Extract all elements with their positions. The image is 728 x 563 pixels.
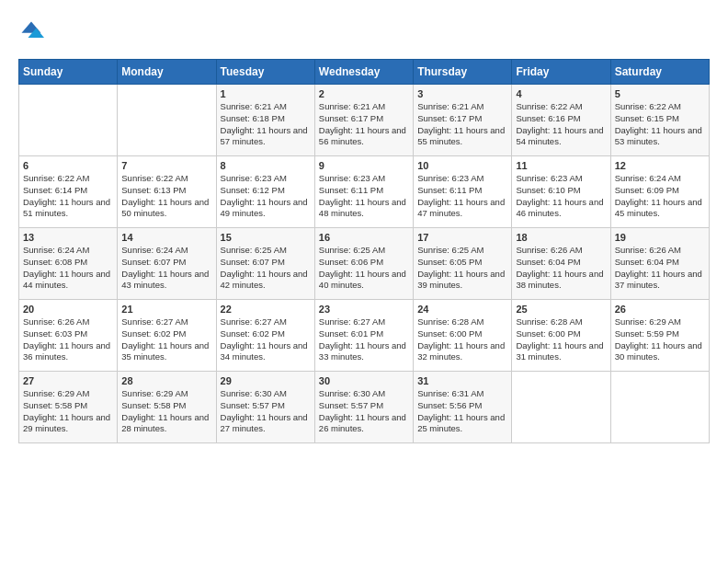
cell-content: Sunrise: 6:22 AMSunset: 6:13 PMDaylight:… — [121, 173, 209, 218]
cell-content: Sunrise: 6:22 AMSunset: 6:14 PMDaylight:… — [23, 173, 110, 218]
calendar-header-row: SundayMondayTuesdayWednesdayThursdayFrid… — [19, 60, 710, 85]
cell-content: Sunrise: 6:24 AMSunset: 6:07 PMDaylight:… — [121, 245, 209, 290]
cell-content: Sunrise: 6:26 AMSunset: 6:04 PMDaylight:… — [516, 245, 603, 290]
cell-content: Sunrise: 6:21 AMSunset: 6:18 PMDaylight:… — [221, 101, 308, 146]
calendar-cell: 20 Sunrise: 6:26 AMSunset: 6:03 PMDaylig… — [19, 300, 118, 372]
calendar-cell: 21 Sunrise: 6:27 AMSunset: 6:02 PMDaylig… — [118, 300, 216, 372]
calendar-cell: 1 Sunrise: 6:21 AMSunset: 6:18 PMDayligh… — [216, 85, 314, 156]
day-number: 24 — [417, 304, 507, 315]
cell-content: Sunrise: 6:27 AMSunset: 6:02 PMDaylight:… — [121, 316, 209, 362]
cell-content: Sunrise: 6:21 AMSunset: 6:17 PMDaylight:… — [319, 101, 406, 146]
day-number: 4 — [516, 88, 606, 99]
cell-content: Sunrise: 6:25 AMSunset: 6:07 PMDaylight:… — [221, 245, 308, 290]
day-number: 8 — [221, 160, 311, 171]
day-number: 5 — [615, 88, 705, 99]
calendar-cell: 29 Sunrise: 6:30 AMSunset: 5:57 PMDaylig… — [216, 372, 314, 443]
day-number: 22 — [221, 304, 311, 315]
day-number: 25 — [516, 304, 606, 315]
day-number: 3 — [417, 88, 507, 99]
day-number: 2 — [319, 88, 409, 99]
day-number: 18 — [516, 232, 606, 243]
calendar-cell: 17 Sunrise: 6:25 AMSunset: 6:05 PMDaylig… — [414, 228, 512, 300]
column-header-monday: Monday — [118, 60, 216, 85]
calendar-cell: 14 Sunrise: 6:24 AMSunset: 6:07 PMDaylig… — [118, 228, 216, 300]
day-number: 1 — [221, 88, 311, 99]
cell-content: Sunrise: 6:21 AMSunset: 6:17 PMDaylight:… — [417, 101, 505, 146]
calendar-cell: 2 Sunrise: 6:21 AMSunset: 6:17 PMDayligh… — [314, 85, 413, 156]
logo-icon — [18, 18, 44, 44]
cell-content: Sunrise: 6:23 AMSunset: 6:12 PMDaylight:… — [221, 173, 308, 218]
cell-content: Sunrise: 6:31 AMSunset: 5:56 PMDaylight:… — [417, 388, 505, 433]
cell-content: Sunrise: 6:22 AMSunset: 6:16 PMDaylight:… — [516, 101, 603, 146]
cell-content: Sunrise: 6:23 AMSunset: 6:11 PMDaylight:… — [417, 173, 505, 218]
calendar-cell: 18 Sunrise: 6:26 AMSunset: 6:04 PMDaylig… — [512, 228, 610, 300]
column-header-friday: Friday — [512, 60, 610, 85]
calendar-cell: 4 Sunrise: 6:22 AMSunset: 6:16 PMDayligh… — [512, 85, 610, 156]
cell-content: Sunrise: 6:26 AMSunset: 6:03 PMDaylight:… — [23, 316, 110, 362]
day-number: 30 — [319, 375, 409, 386]
calendar-cell: 9 Sunrise: 6:23 AMSunset: 6:11 PMDayligh… — [314, 156, 413, 228]
cell-content: Sunrise: 6:23 AMSunset: 6:10 PMDaylight:… — [516, 173, 603, 218]
day-number: 15 — [221, 232, 311, 243]
calendar-cell: 30 Sunrise: 6:30 AMSunset: 5:57 PMDaylig… — [314, 372, 413, 443]
cell-content: Sunrise: 6:25 AMSunset: 6:06 PMDaylight:… — [319, 245, 406, 290]
logo — [18, 18, 48, 44]
day-number: 6 — [23, 160, 113, 171]
calendar-cell: 12 Sunrise: 6:24 AMSunset: 6:09 PMDaylig… — [610, 156, 709, 228]
day-number: 21 — [121, 304, 211, 315]
cell-content: Sunrise: 6:24 AMSunset: 6:09 PMDaylight:… — [615, 173, 702, 218]
column-header-tuesday: Tuesday — [216, 60, 314, 85]
day-number: 12 — [615, 160, 705, 171]
day-number: 23 — [319, 304, 409, 315]
calendar-cell: 27 Sunrise: 6:29 AMSunset: 5:58 PMDaylig… — [19, 372, 118, 443]
cell-content: Sunrise: 6:28 AMSunset: 6:00 PMDaylight:… — [516, 316, 603, 362]
day-number: 28 — [121, 375, 211, 386]
column-header-sunday: Sunday — [19, 60, 118, 85]
cell-content: Sunrise: 6:28 AMSunset: 6:00 PMDaylight:… — [417, 316, 505, 362]
calendar-week-row: 27 Sunrise: 6:29 AMSunset: 5:58 PMDaylig… — [19, 372, 710, 443]
day-number: 29 — [221, 375, 311, 386]
calendar-table: SundayMondayTuesdayWednesdayThursdayFrid… — [18, 59, 710, 443]
day-number: 7 — [121, 160, 211, 171]
calendar-cell: 23 Sunrise: 6:27 AMSunset: 6:01 PMDaylig… — [314, 300, 413, 372]
cell-content: Sunrise: 6:29 AMSunset: 5:59 PMDaylight:… — [615, 316, 702, 362]
calendar-cell — [512, 372, 610, 443]
calendar-week-row: 13 Sunrise: 6:24 AMSunset: 6:08 PMDaylig… — [19, 228, 710, 300]
day-number: 16 — [319, 232, 409, 243]
cell-content: Sunrise: 6:27 AMSunset: 6:01 PMDaylight:… — [319, 316, 406, 362]
day-number: 14 — [121, 232, 211, 243]
page-header — [18, 18, 710, 44]
calendar-week-row: 1 Sunrise: 6:21 AMSunset: 6:18 PMDayligh… — [19, 85, 710, 156]
day-number: 27 — [23, 375, 113, 386]
calendar-week-row: 20 Sunrise: 6:26 AMSunset: 6:03 PMDaylig… — [19, 300, 710, 372]
column-header-thursday: Thursday — [414, 60, 512, 85]
calendar-cell — [19, 85, 118, 156]
column-header-saturday: Saturday — [610, 60, 709, 85]
day-number: 19 — [615, 232, 705, 243]
day-number: 26 — [615, 304, 705, 315]
cell-content: Sunrise: 6:25 AMSunset: 6:05 PMDaylight:… — [417, 245, 505, 290]
calendar-cell: 6 Sunrise: 6:22 AMSunset: 6:14 PMDayligh… — [19, 156, 118, 228]
calendar-cell: 5 Sunrise: 6:22 AMSunset: 6:15 PMDayligh… — [610, 85, 709, 156]
cell-content: Sunrise: 6:22 AMSunset: 6:15 PMDaylight:… — [615, 101, 702, 146]
calendar-cell: 31 Sunrise: 6:31 AMSunset: 5:56 PMDaylig… — [414, 372, 512, 443]
cell-content: Sunrise: 6:27 AMSunset: 6:02 PMDaylight:… — [221, 316, 308, 362]
cell-content: Sunrise: 6:29 AMSunset: 5:58 PMDaylight:… — [121, 388, 209, 433]
cell-content: Sunrise: 6:24 AMSunset: 6:08 PMDaylight:… — [23, 245, 110, 290]
calendar-cell: 19 Sunrise: 6:26 AMSunset: 6:04 PMDaylig… — [610, 228, 709, 300]
day-number: 31 — [417, 375, 507, 386]
cell-content: Sunrise: 6:26 AMSunset: 6:04 PMDaylight:… — [615, 245, 702, 290]
calendar-cell: 25 Sunrise: 6:28 AMSunset: 6:00 PMDaylig… — [512, 300, 610, 372]
calendar-cell: 7 Sunrise: 6:22 AMSunset: 6:13 PMDayligh… — [118, 156, 216, 228]
calendar-cell: 28 Sunrise: 6:29 AMSunset: 5:58 PMDaylig… — [118, 372, 216, 443]
calendar-cell: 8 Sunrise: 6:23 AMSunset: 6:12 PMDayligh… — [216, 156, 314, 228]
day-number: 10 — [417, 160, 507, 171]
calendar-cell: 22 Sunrise: 6:27 AMSunset: 6:02 PMDaylig… — [216, 300, 314, 372]
day-number: 17 — [417, 232, 507, 243]
cell-content: Sunrise: 6:29 AMSunset: 5:58 PMDaylight:… — [23, 388, 110, 433]
day-number: 13 — [23, 232, 113, 243]
cell-content: Sunrise: 6:23 AMSunset: 6:11 PMDaylight:… — [319, 173, 406, 218]
calendar-cell: 16 Sunrise: 6:25 AMSunset: 6:06 PMDaylig… — [314, 228, 413, 300]
calendar-cell: 26 Sunrise: 6:29 AMSunset: 5:59 PMDaylig… — [610, 300, 709, 372]
day-number: 9 — [319, 160, 409, 171]
